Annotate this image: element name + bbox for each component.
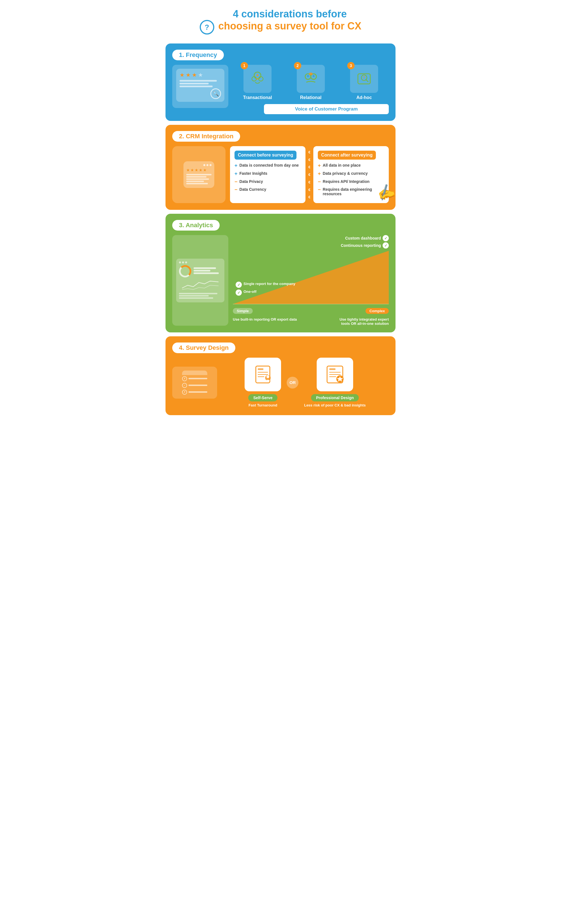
col2-title: Connect after surveying: [318, 151, 376, 160]
section-frequency: 1. Frequency ★ ★ ★ ★ 🔍: [165, 44, 396, 121]
check-text-2: One-off: [243, 290, 256, 294]
tick5: €: [307, 179, 312, 185]
badge-continuous-reporting: Continuous reporting ✓: [341, 242, 389, 249]
page-header: ? 4 considerations before choosing a sur…: [160, 0, 401, 40]
dot2: [207, 164, 208, 166]
phone-body: ★ ★ ★ ★ ★: [183, 161, 214, 188]
star1: ★: [180, 72, 184, 78]
analytics-left: [172, 235, 228, 326]
transactional-icon-wrap: 1: [243, 65, 272, 93]
svg-rect-5: [309, 73, 312, 75]
survey-left-img: ✗ ✓ ✗: [172, 367, 217, 399]
crm-divider: € € € € € € €: [306, 146, 314, 203]
relational-icon-wrap: 2: [297, 65, 325, 93]
wave-chart: [179, 280, 222, 291]
survey-option-professional: Professional Design Less risk of poor CX…: [304, 358, 366, 407]
freq-decoration: ★ ★ ★ ★ 🔍: [172, 65, 228, 108]
pl1: [186, 174, 212, 176]
scroll-icon-2: ✓: [182, 383, 187, 388]
check-item-2: ✓ One-off: [236, 290, 296, 296]
plus-icon-3: +: [318, 163, 321, 169]
mb2: [194, 270, 222, 272]
chart-lines: [179, 293, 222, 299]
minus-icon-4: −: [318, 187, 321, 193]
professional-svg-icon: [324, 363, 346, 386]
crm-item-1-2: + Faster Insights: [234, 171, 301, 177]
section1-content: ★ ★ ★ ★ 🔍 1: [172, 65, 389, 114]
triangle-svg: [233, 251, 389, 307]
transactional-label: Transactional: [233, 95, 282, 100]
ps1: ★: [186, 168, 190, 172]
dot1: [203, 164, 206, 166]
professional-label: Professional Design: [311, 394, 359, 401]
svg-point-6: [307, 75, 309, 77]
crm-item-text-1-3: Data Privacy: [240, 179, 263, 184]
or-circle: OR: [286, 377, 298, 388]
simple-label-wrap: Simple: [233, 308, 253, 315]
crm-item-2-3: − Requires API/ Integration: [318, 179, 384, 185]
complex-desc: Use tightly integrated expert tools OR a…: [339, 317, 389, 326]
mini-bars: [194, 267, 222, 275]
crm-col-before: Connect before surveying + Data is conne…: [230, 146, 306, 203]
ps4: ★: [199, 168, 202, 172]
sr1: ✗: [182, 376, 207, 381]
freq-item-relational: 2 Relational: [286, 65, 336, 100]
crm-item-text-2-3: Requires API/ Integration: [323, 179, 370, 184]
pl3: [186, 178, 209, 180]
freq-right: 1 Transactional: [233, 65, 389, 114]
pl2: [186, 176, 207, 178]
professional-icon-wrap: [316, 358, 353, 391]
crm-item-2-2: + Data privacy & currency: [318, 171, 384, 177]
tick7: €: [307, 194, 312, 200]
minus-icon-3: −: [318, 179, 321, 185]
section-survey-design: 4. Survey Design ✗ ✓ ✗: [165, 336, 396, 415]
tick6: €: [307, 187, 312, 192]
crm-item-2-4: − Requires data engineering resources: [318, 187, 384, 196]
complex-label-wrap: Complex: [366, 308, 389, 315]
star2: ★: [186, 72, 191, 78]
complex-label: Complex: [366, 308, 389, 314]
hand-icon: ✍️: [375, 182, 397, 203]
sr3: ✗: [182, 390, 207, 394]
crm-item-text-2-2: Data privacy & currency: [323, 171, 368, 176]
svg-point-19: [267, 375, 269, 378]
minus-icon-1: −: [234, 179, 238, 185]
crm-col-after: Connect after surveying + All data in on…: [314, 146, 389, 203]
chart-window: [176, 259, 224, 302]
minus-icon-2: −: [234, 187, 238, 193]
survey-option-selfserve: Self-Serve Fast Turnaround: [244, 358, 281, 407]
scroll-icon-3: ✗: [182, 390, 187, 394]
crm-right: Connect before surveying + Data is conne…: [230, 146, 389, 203]
adhoc-icon: ?: [355, 70, 373, 88]
check-icon-1: ✓: [382, 235, 389, 241]
chat-lines: [180, 80, 221, 87]
relational-label: Relational: [286, 95, 336, 100]
phone-lines: [186, 174, 212, 184]
ps2: ★: [190, 168, 194, 172]
analytics-desc-right: Use tightly integrated expert tools OR a…: [333, 317, 389, 326]
tick1: €: [307, 149, 312, 155]
adhoc-label: Ad-hoc: [339, 95, 389, 100]
svg-point-2: [259, 76, 263, 81]
tick3: €: [307, 164, 312, 170]
ps5: ★: [203, 168, 207, 172]
pie-row: [179, 265, 222, 278]
crm-item-text-2-1: All data in one place: [323, 163, 361, 168]
stars-row: ★ ★ ★ ★: [180, 72, 221, 78]
svg-rect-21: [329, 368, 336, 370]
selfserve-svg-icon: [252, 363, 274, 386]
voc-bar: Voice of Customer Program: [264, 104, 389, 114]
col1-title: Connect before surveying: [234, 151, 297, 160]
plus-icon-4: +: [318, 171, 321, 177]
phone-dots: [186, 164, 212, 166]
analytics-right: Custom dashboard ✓ Continuous reporting …: [233, 235, 389, 326]
chart-dots: [179, 261, 222, 263]
phone-mockup: ★ ★ ★ ★ ★: [172, 146, 225, 203]
relational-icon: [302, 70, 320, 88]
section2-content: ★ ★ ★ ★ ★: [172, 146, 389, 203]
question-icon: ?: [200, 20, 214, 34]
scroll-top: [182, 370, 207, 375]
scroll-mockup: ✗ ✓ ✗: [182, 370, 207, 394]
cd2: [182, 261, 184, 263]
pie-circle: [179, 265, 191, 278]
